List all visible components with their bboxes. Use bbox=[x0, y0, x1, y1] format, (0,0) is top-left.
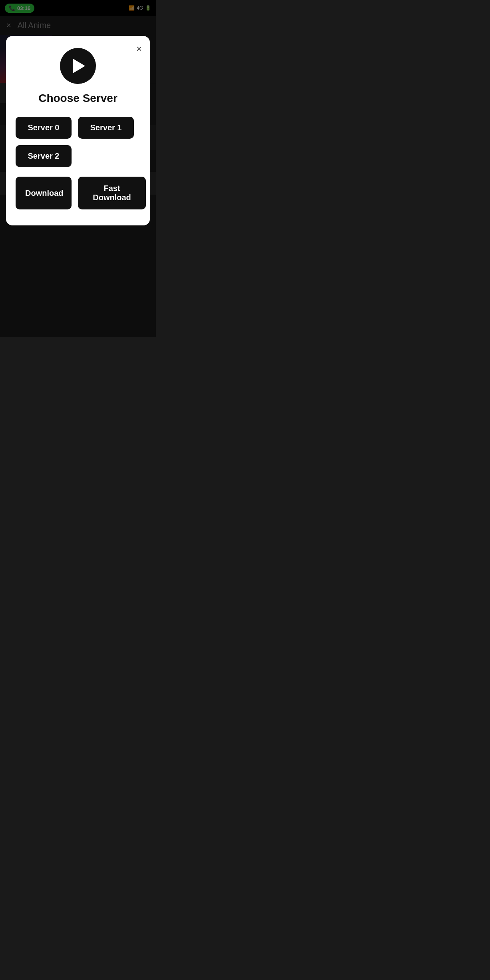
play-triangle bbox=[73, 59, 85, 73]
fast-download-button[interactable]: Fast Download bbox=[78, 177, 146, 209]
download-button[interactable]: Download bbox=[16, 177, 72, 209]
server-2-button[interactable]: Server 2 bbox=[16, 145, 72, 167]
modal-play-icon bbox=[60, 48, 96, 84]
choose-server-modal: × Choose Server Server 0 Server 1 Server… bbox=[6, 36, 150, 225]
modal-overlay: × Choose Server Server 0 Server 1 Server… bbox=[0, 0, 156, 337]
download-row: Download Fast Download bbox=[16, 177, 140, 209]
server-1-button[interactable]: Server 1 bbox=[78, 117, 134, 139]
server-grid: Server 0 Server 1 Server 2 bbox=[16, 117, 140, 167]
modal-title: Choose Server bbox=[38, 92, 118, 105]
modal-close-button[interactable]: × bbox=[136, 44, 142, 54]
server-0-button[interactable]: Server 0 bbox=[16, 117, 72, 139]
